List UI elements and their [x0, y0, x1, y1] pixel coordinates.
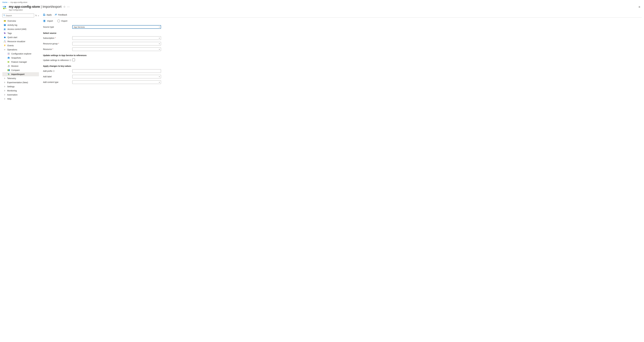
sidebar-group-telemetry[interactable]: Telemetry [2, 76, 39, 80]
main-content: Apply Feedback Import Export [43, 14, 642, 101]
search-icon [3, 14, 5, 17]
svg-point-0 [4, 15, 5, 16]
update-ref-checkbox[interactable] [72, 59, 75, 61]
svg-rect-5 [4, 25, 6, 25]
svg-line-1 [4, 16, 5, 16]
svg-point-19 [8, 58, 9, 58]
breadcrumb: Home › my-app-config-store [2, 1, 642, 3]
svg-rect-25 [44, 14, 44, 14]
svg-point-26 [55, 14, 56, 15]
import-export-radio-group: Import Export [43, 20, 642, 22]
add-content-type-select[interactable]: ▾ [72, 80, 161, 84]
restore-icon [8, 65, 10, 67]
access-control-icon [4, 28, 6, 30]
sidebar-item-import-export[interactable]: Import/export [2, 72, 39, 76]
sidebar: ⇅ « Overview Activity log [2, 14, 39, 101]
svg-point-10 [4, 41, 5, 41]
sidebar-item-events[interactable]: Events [2, 44, 39, 48]
chevron-down-icon: ▾ [159, 76, 160, 78]
apply-button[interactable]: Apply [43, 14, 52, 16]
sidebar-search[interactable] [2, 14, 34, 18]
sidebar-group-experimentation[interactable]: Experimentation (New) [2, 80, 39, 85]
favorite-star-icon[interactable]: ☆ [63, 5, 66, 8]
sidebar-item-restore[interactable]: Restore [2, 64, 39, 68]
sidebar-item-configuration-explorer[interactable]: Configuration explorer [2, 52, 39, 56]
svg-point-13 [8, 53, 8, 54]
source-type-label: Source type [43, 26, 72, 28]
subscription-select[interactable]: ▾ [72, 36, 161, 40]
info-icon[interactable]: i [53, 70, 54, 72]
sidebar-group-operations[interactable]: Operations [2, 48, 39, 52]
resource-group-select[interactable]: ▾ [72, 42, 161, 45]
svg-point-9 [4, 33, 4, 33]
more-actions-icon[interactable]: ⋯ [67, 5, 70, 8]
updown-icon[interactable]: ⇅ [35, 15, 37, 17]
page-subtitle: App Configuration [9, 9, 635, 11]
radio-export[interactable]: Export [57, 20, 67, 22]
sidebar-item-quick-start[interactable]: Quick start [2, 35, 39, 39]
close-icon[interactable]: ✕ [637, 5, 642, 9]
chevron-down-icon: ▾ [159, 26, 160, 28]
chevron-right-icon [4, 86, 6, 88]
sidebar-group-settings[interactable]: Settings [2, 85, 39, 89]
chevron-down-icon: ▾ [159, 82, 160, 83]
search-input[interactable] [5, 15, 33, 17]
sidebar-group-monitoring[interactable]: Monitoring [2, 89, 39, 93]
sidebar-item-tags[interactable]: Tags [2, 31, 39, 35]
sidebar-item-feature-manager[interactable]: Feature manager [2, 60, 39, 64]
chevron-down-icon [4, 49, 6, 51]
source-type-select[interactable]: App Services ▾ [72, 25, 161, 29]
import-export-icon [2, 6, 7, 10]
chevron-right-icon: › [9, 1, 9, 3]
sidebar-item-activity-log[interactable]: Activity log [2, 23, 39, 27]
svg-point-7 [4, 29, 5, 29]
configuration-explorer-icon [8, 53, 10, 55]
svg-point-11 [4, 42, 4, 42]
breadcrumb-current: my-app-config-store [10, 1, 27, 3]
sidebar-item-overview[interactable]: Overview [2, 19, 39, 23]
resource-group-label: Resource group* [43, 43, 72, 45]
save-icon [43, 14, 45, 16]
collapse-sidebar-icon[interactable]: « [38, 15, 39, 17]
page-title: my-app-config-store | Import/export [9, 5, 62, 9]
events-icon [4, 44, 6, 47]
sidebar-item-resource-visualizer[interactable]: Resource visualizer [2, 39, 39, 44]
resource-select[interactable]: ▾ [72, 48, 161, 51]
chevron-right-icon [4, 98, 6, 100]
feedback-button[interactable]: Feedback [54, 14, 67, 16]
feedback-icon [54, 14, 57, 16]
sidebar-group-automation[interactable]: Automation [2, 93, 39, 97]
svg-rect-14 [8, 53, 10, 53]
chevron-right-icon [4, 82, 6, 84]
resource-visualizer-icon [4, 40, 6, 43]
add-prefix-label: Add prefix i [43, 70, 72, 72]
breadcrumb-home-link[interactable]: Home [2, 1, 8, 3]
svg-rect-22 [8, 69, 8, 71]
quick-start-icon [4, 36, 6, 39]
add-content-type-label: Add content type [43, 81, 72, 83]
add-prefix-input[interactable] [72, 69, 161, 73]
svg-point-12 [5, 42, 6, 42]
radio-import[interactable]: Import [43, 20, 53, 22]
add-label-label: Add label [43, 76, 72, 78]
svg-point-15 [8, 54, 8, 55]
subscription-label: Subscription* [43, 37, 72, 39]
chevron-down-icon: ▾ [159, 49, 160, 50]
chevron-right-icon [4, 77, 6, 79]
sidebar-item-compare[interactable]: Compare [2, 68, 39, 72]
sidebar-item-snapshots[interactable]: Snapshots [2, 56, 39, 60]
resource-label: Resource* [43, 48, 72, 50]
apply-changes-heading: Apply changes to key-values [43, 65, 642, 67]
chevron-down-icon: ▾ [159, 43, 160, 45]
add-label-select[interactable]: ▾ [72, 75, 161, 78]
chevron-right-icon [4, 90, 6, 92]
sidebar-item-access-control[interactable]: Access control (IAM) [2, 27, 39, 31]
feature-manager-icon [8, 61, 10, 63]
sidebar-group-help[interactable]: Help [2, 97, 39, 101]
tags-icon [4, 32, 6, 35]
snapshots-icon [8, 57, 10, 59]
select-source-heading: Select source [43, 32, 642, 34]
svg-text:i: i [54, 71, 54, 72]
info-icon[interactable]: i [70, 59, 71, 61]
svg-rect-3 [4, 21, 6, 21]
